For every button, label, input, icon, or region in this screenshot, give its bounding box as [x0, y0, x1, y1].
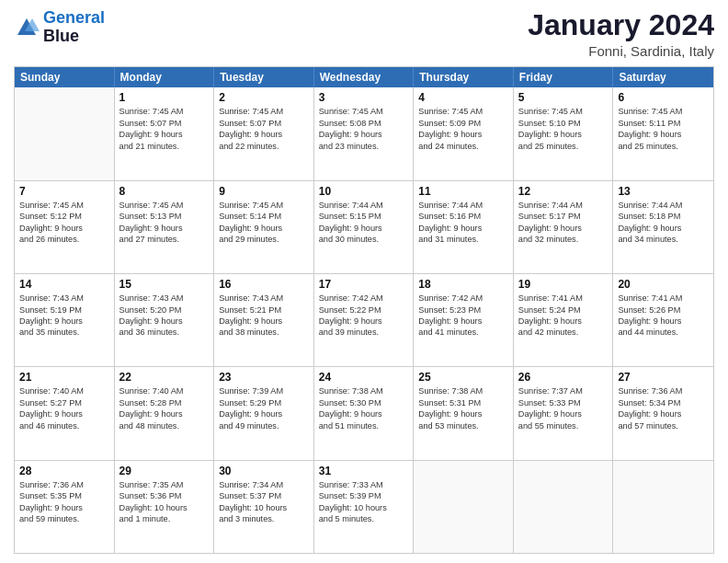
day-info: Sunrise: 7:44 AMSunset: 5:16 PMDaylight:…	[418, 200, 508, 246]
day-cell: 19Sunrise: 7:41 AMSunset: 5:24 PMDayligh…	[514, 274, 614, 366]
day-cell: 16Sunrise: 7:43 AMSunset: 5:21 PMDayligh…	[214, 274, 314, 366]
day-info: Sunrise: 7:42 AMSunset: 5:23 PMDaylight:…	[418, 293, 508, 339]
day-info: Sunrise: 7:45 AMSunset: 5:14 PMDaylight:…	[219, 200, 309, 246]
day-cell: 10Sunrise: 7:44 AMSunset: 5:15 PMDayligh…	[314, 181, 415, 273]
day-cell: 23Sunrise: 7:39 AMSunset: 5:29 PMDayligh…	[214, 367, 314, 459]
day-info: Sunrise: 7:37 AMSunset: 5:33 PMDaylight:…	[518, 385, 609, 431]
week-row-4: 21Sunrise: 7:40 AMSunset: 5:27 PMDayligh…	[15, 367, 713, 460]
day-cell: 9Sunrise: 7:45 AMSunset: 5:14 PMDaylight…	[214, 181, 314, 273]
day-header-friday: Friday	[514, 67, 614, 87]
day-cell: 24Sunrise: 7:38 AMSunset: 5:30 PMDayligh…	[314, 367, 415, 459]
day-cell: 6Sunrise: 7:45 AMSunset: 5:11 PMDaylight…	[613, 87, 713, 179]
day-number: 2	[219, 90, 309, 105]
day-number: 14	[19, 277, 109, 292]
day-info: Sunrise: 7:39 AMSunset: 5:29 PMDaylight:…	[219, 385, 309, 431]
day-number: 26	[518, 370, 609, 385]
day-number: 27	[618, 370, 709, 385]
day-cell	[15, 87, 115, 179]
day-cell: 1Sunrise: 7:45 AMSunset: 5:07 PMDaylight…	[115, 87, 215, 179]
day-number: 20	[618, 277, 709, 292]
logo: General Blue	[14, 9, 105, 46]
day-info: Sunrise: 7:41 AMSunset: 5:26 PMDaylight:…	[618, 293, 709, 339]
day-info: Sunrise: 7:45 AMSunset: 5:12 PMDaylight:…	[19, 200, 109, 246]
day-cell: 20Sunrise: 7:41 AMSunset: 5:26 PMDayligh…	[613, 274, 713, 366]
day-cell: 21Sunrise: 7:40 AMSunset: 5:27 PMDayligh…	[15, 367, 115, 459]
day-number: 13	[618, 184, 709, 199]
day-info: Sunrise: 7:41 AMSunset: 5:24 PMDaylight:…	[518, 293, 609, 339]
day-info: Sunrise: 7:36 AMSunset: 5:34 PMDaylight:…	[618, 385, 709, 431]
calendar-body: 1Sunrise: 7:45 AMSunset: 5:07 PMDaylight…	[15, 87, 713, 553]
day-info: Sunrise: 7:45 AMSunset: 5:07 PMDaylight:…	[119, 106, 210, 152]
day-number: 10	[319, 184, 409, 199]
week-row-3: 14Sunrise: 7:43 AMSunset: 5:19 PMDayligh…	[15, 274, 713, 367]
month-title: January 2024	[528, 9, 714, 41]
day-info: Sunrise: 7:45 AMSunset: 5:13 PMDaylight:…	[119, 200, 210, 246]
header: General Blue January 2024 Fonni, Sardini…	[14, 9, 714, 59]
day-number: 15	[119, 277, 210, 292]
day-info: Sunrise: 7:43 AMSunset: 5:20 PMDaylight:…	[119, 293, 210, 339]
day-number: 17	[319, 277, 409, 292]
day-number: 9	[219, 184, 309, 199]
day-number: 4	[418, 90, 508, 105]
day-info: Sunrise: 7:38 AMSunset: 5:30 PMDaylight:…	[319, 385, 409, 431]
day-number: 12	[518, 184, 609, 199]
day-cell: 26Sunrise: 7:37 AMSunset: 5:33 PMDayligh…	[514, 367, 614, 459]
day-cell: 7Sunrise: 7:45 AMSunset: 5:12 PMDaylight…	[15, 181, 115, 273]
day-number: 21	[19, 370, 109, 385]
day-info: Sunrise: 7:43 AMSunset: 5:19 PMDaylight:…	[19, 293, 109, 339]
day-cell	[414, 461, 514, 553]
day-number: 1	[119, 90, 210, 105]
day-number: 19	[518, 277, 609, 292]
day-number: 22	[119, 370, 210, 385]
title-block: January 2024 Fonni, Sardinia, Italy	[528, 9, 714, 59]
day-info: Sunrise: 7:42 AMSunset: 5:22 PMDaylight:…	[319, 293, 409, 339]
logo-text: General Blue	[43, 9, 105, 46]
day-number: 28	[19, 464, 109, 478]
day-info: Sunrise: 7:40 AMSunset: 5:27 PMDaylight:…	[19, 385, 109, 431]
day-cell: 28Sunrise: 7:36 AMSunset: 5:35 PMDayligh…	[15, 461, 115, 553]
day-info: Sunrise: 7:44 AMSunset: 5:17 PMDaylight:…	[518, 200, 609, 246]
day-header-monday: Monday	[115, 67, 215, 87]
day-number: 23	[219, 370, 309, 385]
day-cell: 27Sunrise: 7:36 AMSunset: 5:34 PMDayligh…	[613, 367, 713, 459]
day-info: Sunrise: 7:38 AMSunset: 5:31 PMDaylight:…	[418, 385, 508, 431]
day-info: Sunrise: 7:44 AMSunset: 5:18 PMDaylight:…	[618, 200, 709, 246]
day-info: Sunrise: 7:45 AMSunset: 5:07 PMDaylight:…	[219, 106, 309, 152]
day-headers: SundayMondayTuesdayWednesdayThursdayFrid…	[15, 67, 713, 87]
day-cell: 8Sunrise: 7:45 AMSunset: 5:13 PMDaylight…	[115, 181, 215, 273]
day-info: Sunrise: 7:36 AMSunset: 5:35 PMDaylight:…	[19, 479, 109, 525]
day-cell: 30Sunrise: 7:34 AMSunset: 5:37 PMDayligh…	[214, 461, 314, 553]
day-number: 25	[418, 370, 508, 385]
day-cell: 14Sunrise: 7:43 AMSunset: 5:19 PMDayligh…	[15, 274, 115, 366]
week-row-1: 1Sunrise: 7:45 AMSunset: 5:07 PMDaylight…	[15, 87, 713, 180]
day-cell: 11Sunrise: 7:44 AMSunset: 5:16 PMDayligh…	[414, 181, 514, 273]
day-number: 29	[119, 464, 210, 478]
day-number: 30	[219, 464, 309, 478]
day-header-sunday: Sunday	[15, 67, 115, 87]
day-cell: 3Sunrise: 7:45 AMSunset: 5:08 PMDaylight…	[314, 87, 415, 179]
day-cell: 15Sunrise: 7:43 AMSunset: 5:20 PMDayligh…	[115, 274, 215, 366]
day-info: Sunrise: 7:45 AMSunset: 5:11 PMDaylight:…	[618, 106, 709, 152]
day-number: 8	[119, 184, 210, 199]
calendar: SundayMondayTuesdayWednesdayThursdayFrid…	[14, 66, 714, 554]
day-cell: 5Sunrise: 7:45 AMSunset: 5:10 PMDaylight…	[514, 87, 614, 179]
day-info: Sunrise: 7:35 AMSunset: 5:36 PMDaylight:…	[119, 479, 210, 525]
day-number: 6	[618, 90, 709, 105]
day-number: 3	[319, 90, 409, 105]
day-info: Sunrise: 7:45 AMSunset: 5:09 PMDaylight:…	[418, 106, 508, 152]
day-cell	[514, 461, 614, 553]
day-cell: 29Sunrise: 7:35 AMSunset: 5:36 PMDayligh…	[115, 461, 215, 553]
day-info: Sunrise: 7:45 AMSunset: 5:10 PMDaylight:…	[518, 106, 609, 152]
day-info: Sunrise: 7:44 AMSunset: 5:15 PMDaylight:…	[319, 200, 409, 246]
day-info: Sunrise: 7:40 AMSunset: 5:28 PMDaylight:…	[119, 385, 210, 431]
day-cell: 17Sunrise: 7:42 AMSunset: 5:22 PMDayligh…	[314, 274, 415, 366]
day-header-saturday: Saturday	[613, 67, 713, 87]
location-title: Fonni, Sardinia, Italy	[528, 43, 714, 59]
day-info: Sunrise: 7:34 AMSunset: 5:37 PMDaylight:…	[219, 479, 309, 525]
day-info: Sunrise: 7:33 AMSunset: 5:39 PMDaylight:…	[319, 479, 409, 525]
day-cell: 12Sunrise: 7:44 AMSunset: 5:17 PMDayligh…	[514, 181, 614, 273]
day-info: Sunrise: 7:45 AMSunset: 5:08 PMDaylight:…	[319, 106, 409, 152]
page: General Blue January 2024 Fonni, Sardini…	[0, 0, 728, 563]
day-header-wednesday: Wednesday	[314, 67, 415, 87]
day-header-tuesday: Tuesday	[214, 67, 314, 87]
